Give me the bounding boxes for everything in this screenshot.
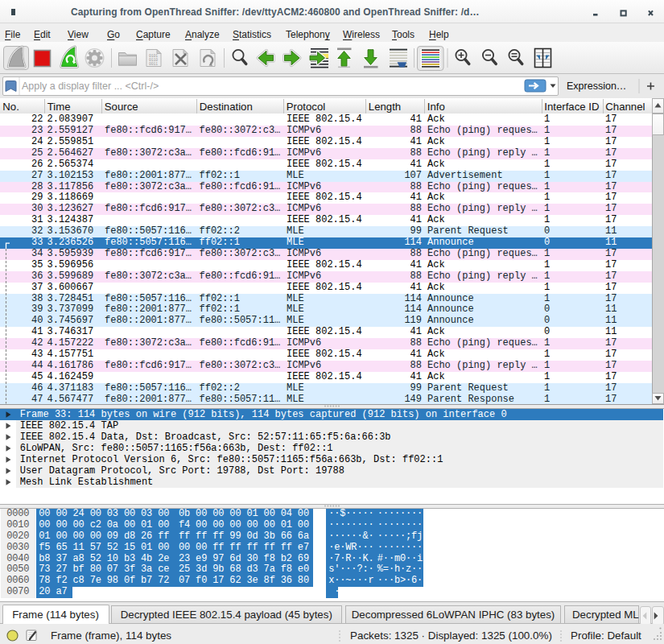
svg-text:0011: 0011	[149, 62, 158, 66]
